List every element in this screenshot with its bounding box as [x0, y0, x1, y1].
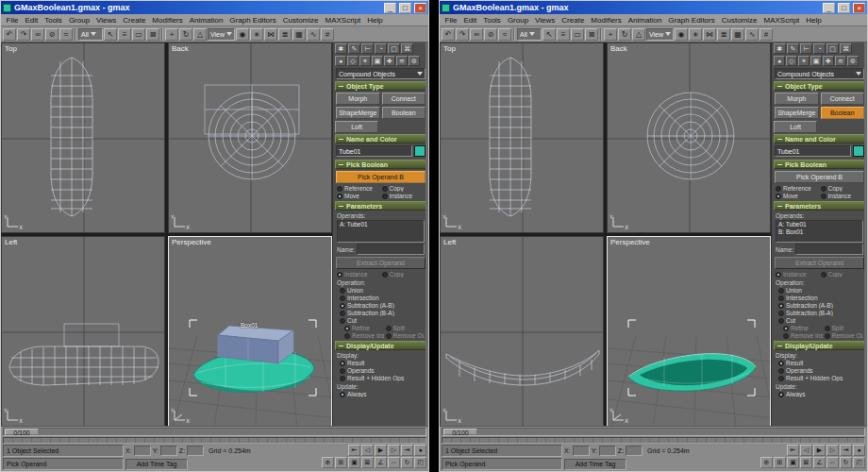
menu-item[interactable]: Group	[65, 16, 92, 25]
morph-button[interactable]: Morph	[336, 93, 380, 105]
loft-button[interactable]: Loft	[774, 121, 817, 133]
radio-option[interactable]: Operands	[340, 367, 425, 374]
shapes-category-icon[interactable]: ◇	[786, 56, 797, 66]
geometry-category-icon[interactable]: ●	[774, 56, 785, 66]
shapemerge-button[interactable]: ShapeMerge	[336, 107, 380, 119]
close-button[interactable]: ×	[853, 3, 865, 13]
material-editor-icon[interactable]: ▦	[731, 28, 744, 41]
zoom-extents-icon[interactable]: ▣	[348, 457, 360, 468]
select-and-link-icon[interactable]: ∞	[31, 28, 44, 41]
select-and-scale-icon[interactable]: △	[632, 28, 645, 41]
operand-name-field[interactable]	[357, 244, 425, 255]
viewport-label[interactable]: Left	[443, 238, 456, 246]
key-mode-icon[interactable]: ●	[414, 445, 426, 456]
curve-editor-icon[interactable]: ∿	[745, 28, 759, 41]
viewport-label[interactable]: Top	[5, 44, 17, 53]
rollout-header-parameters[interactable]: Parameters	[335, 201, 426, 211]
zoom-icon[interactable]: ⊕	[322, 457, 334, 468]
pan-icon[interactable]: ⇔	[388, 457, 400, 468]
rollout-header-parameters[interactable]: Parameters	[774, 201, 865, 211]
menu-item[interactable]: Create	[120, 16, 149, 25]
app-icon[interactable]	[3, 4, 11, 12]
select-object-icon[interactable]: ↖	[104, 28, 117, 41]
menu-item[interactable]: Customize	[279, 16, 322, 25]
rollout-header-display-update[interactable]: Display/Update	[335, 341, 426, 350]
y-coord-field[interactable]	[160, 446, 177, 456]
viewport-label[interactable]: Back	[610, 44, 627, 53]
viewport-label[interactable]: Perspective	[610, 238, 650, 246]
undo-icon[interactable]: ↶	[3, 28, 16, 41]
play-icon[interactable]: ▶	[813, 445, 826, 456]
viewport-left[interactable]: Left X Y	[1, 236, 165, 426]
z-coord-field[interactable]	[626, 446, 643, 456]
maximize-button[interactable]: □	[399, 3, 411, 13]
menu-item[interactable]: File	[3, 16, 22, 25]
spacewarps-category-icon[interactable]: ≋	[396, 56, 408, 66]
lights-category-icon[interactable]: ✶	[359, 56, 371, 66]
y-coord-field[interactable]	[599, 446, 616, 456]
menu-item[interactable]: Create	[559, 16, 588, 25]
next-frame-icon[interactable]: ▷	[388, 445, 400, 456]
min-max-toggle-icon[interactable]: ◰	[853, 457, 865, 468]
display-tab-icon[interactable]: ▢	[826, 43, 839, 54]
viewport-left[interactable]: Left X Y	[440, 236, 604, 426]
select-and-manipulate-icon[interactable]: ∗	[250, 28, 263, 41]
radio-option[interactable]: Result + Hidden Ops	[340, 375, 425, 381]
next-frame-icon[interactable]: ▷	[826, 445, 839, 456]
menu-item[interactable]: Edit	[460, 16, 480, 25]
radio-option[interactable]: Remove Outside	[386, 332, 426, 339]
add-time-tag[interactable]: Add Time Tag	[125, 459, 188, 470]
menu-item[interactable]: Help	[364, 16, 386, 25]
connect-button[interactable]: Connect	[382, 93, 426, 105]
material-editor-icon[interactable]: ▦	[292, 28, 306, 41]
radio-option[interactable]: Union	[778, 287, 863, 294]
window-crossing-icon[interactable]: ⊠	[585, 28, 598, 41]
rollout-header-pick-boolean[interactable]: Pick Boolean	[774, 160, 865, 169]
arc-rotate-icon[interactable]: ↻	[401, 457, 413, 468]
radio-option[interactable]: Always	[778, 391, 863, 397]
select-and-rotate-icon[interactable]: ↻	[618, 28, 631, 41]
zoom-all-icon[interactable]: ⊞	[335, 457, 347, 468]
radio-option[interactable]: Result	[340, 360, 425, 366]
radio-option[interactable]: Subtraction (B-A)	[340, 310, 425, 316]
viewport-label[interactable]: Back	[172, 44, 189, 53]
radio-option[interactable]: Remove Inside	[783, 332, 823, 339]
select-and-scale-icon[interactable]: △	[193, 28, 207, 41]
field-of-view-icon[interactable]: ∠	[375, 457, 387, 468]
add-time-tag[interactable]: Add Time Tag	[564, 459, 626, 470]
radio-option[interactable]: Remove Outside	[825, 332, 864, 339]
menu-item[interactable]: Animation	[625, 16, 665, 25]
radio-option[interactable]: Cut	[778, 317, 863, 324]
hierarchy-tab-icon[interactable]: ⊢	[361, 43, 374, 54]
menu-item[interactable]: Help	[803, 16, 825, 25]
object-name-field[interactable]: Tube01	[336, 145, 412, 157]
viewport-label[interactable]: Perspective	[172, 238, 211, 246]
radio-option[interactable]: Subtraction (B-A)	[778, 310, 863, 316]
pick-operand-b-button[interactable]: Pick Operand B	[775, 171, 864, 183]
rollout-header-object-type[interactable]: Object Type	[335, 81, 426, 91]
x-coord-field[interactable]	[573, 446, 590, 456]
select-and-rotate-icon[interactable]: ↻	[179, 28, 192, 41]
minimize-button[interactable]: _	[823, 3, 835, 13]
mirror-icon[interactable]: ⋈	[703, 28, 716, 41]
helpers-category-icon[interactable]: ✚	[384, 56, 395, 66]
menu-item[interactable]: Modifiers	[588, 16, 625, 25]
menu-item[interactable]: MAXScript	[760, 16, 803, 25]
curve-editor-icon[interactable]: ∿	[307, 28, 320, 41]
operand-list-item[interactable]: B: Box01	[776, 228, 862, 236]
radio-option[interactable]: Subtraction (A-B)	[778, 302, 863, 309]
select-and-link-icon[interactable]: ∞	[470, 28, 483, 41]
operand-name-field[interactable]	[795, 244, 863, 255]
modify-tab-icon[interactable]: ✎	[787, 43, 799, 54]
radio-option[interactable]: Split	[386, 325, 426, 331]
select-by-name-icon[interactable]: ≡	[118, 28, 131, 41]
pan-icon[interactable]: ⇔	[826, 457, 839, 468]
viewport-back[interactable]: Back X Y	[168, 42, 332, 233]
radio-option[interactable]: Instance	[821, 193, 864, 199]
select-object-icon[interactable]: ↖	[542, 28, 556, 41]
viewport-top[interactable]: Top X Y	[1, 42, 165, 233]
app-icon[interactable]	[442, 4, 450, 12]
close-button[interactable]: ×	[414, 3, 426, 13]
panel-scrollbar[interactable]	[864, 42, 867, 426]
menu-item[interactable]: Edit	[22, 16, 42, 25]
